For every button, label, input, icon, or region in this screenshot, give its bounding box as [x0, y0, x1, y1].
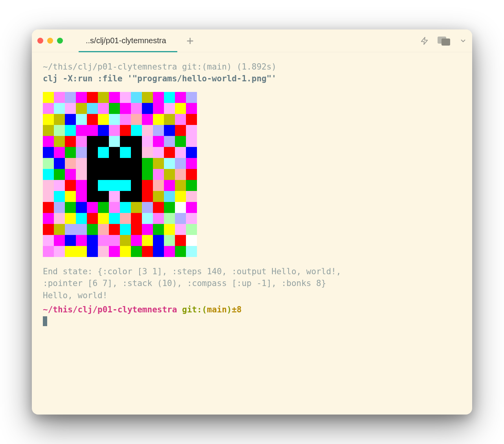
pixel	[54, 246, 65, 257]
pixel	[175, 224, 186, 235]
pixel	[175, 235, 186, 246]
pixel	[109, 147, 120, 158]
pixel	[109, 136, 120, 147]
pixel	[175, 136, 186, 147]
pixel	[175, 114, 186, 125]
pixel	[76, 191, 87, 202]
pixel	[186, 246, 197, 257]
pixel	[54, 147, 65, 158]
prompt2-delta: ±8	[232, 305, 241, 314]
pixel	[98, 92, 109, 103]
pixel	[186, 147, 197, 158]
pixel	[175, 180, 186, 191]
pixel	[175, 246, 186, 257]
pixel	[54, 158, 65, 169]
chevron-down-icon[interactable]	[460, 37, 467, 44]
output-line-1: End state: {:color [3 1], :steps 140, :o…	[43, 266, 461, 277]
pixel	[120, 169, 131, 180]
pixel	[87, 136, 98, 147]
output-line-3: Hello, world!	[43, 290, 461, 301]
pixel	[131, 147, 142, 158]
pixel	[76, 125, 87, 136]
pixel	[54, 114, 65, 125]
prompt-line-1: ~/this/clj/p01-clytemnestra git:(main) (…	[43, 61, 461, 73]
pixel	[164, 213, 175, 224]
pixel	[142, 158, 153, 169]
pixel	[142, 180, 153, 191]
pixel	[87, 103, 98, 114]
pixel	[87, 92, 98, 103]
pixel	[98, 147, 109, 158]
pixel	[164, 180, 175, 191]
pixel	[175, 147, 186, 158]
zoom-icon[interactable]	[57, 38, 63, 44]
pixel	[65, 92, 76, 103]
pixel	[186, 125, 197, 136]
pixel	[164, 235, 175, 246]
bolt-icon[interactable]	[420, 36, 429, 46]
pixel	[87, 180, 98, 191]
pixel	[54, 103, 65, 114]
pixel	[175, 191, 186, 202]
pixel	[109, 92, 120, 103]
pixel	[65, 202, 76, 213]
pixel	[153, 158, 164, 169]
pixel	[65, 147, 76, 158]
pixel	[142, 92, 153, 103]
pixel	[109, 158, 120, 169]
pixel	[164, 246, 175, 257]
pixel	[142, 213, 153, 224]
pixel	[87, 202, 98, 213]
close-icon[interactable]	[37, 38, 43, 44]
pixel	[120, 147, 131, 158]
pixel	[164, 136, 175, 147]
pixel	[109, 180, 120, 191]
pixel	[131, 191, 142, 202]
pixel	[131, 125, 142, 136]
terminal-body[interactable]: ~/this/clj/p01-clytemnestra git:(main) (…	[32, 52, 472, 415]
pixel	[120, 136, 131, 147]
pixel	[153, 147, 164, 158]
pixel	[76, 169, 87, 180]
minimize-icon[interactable]	[47, 38, 53, 44]
pixel	[131, 158, 142, 169]
new-tab-button[interactable]: +	[184, 35, 196, 47]
pixel	[131, 114, 142, 125]
pixel	[87, 246, 98, 257]
pixel	[109, 213, 120, 224]
pixel	[98, 103, 109, 114]
pixel	[76, 158, 87, 169]
pixel	[98, 158, 109, 169]
pixel	[120, 158, 131, 169]
pixel	[131, 180, 142, 191]
pixel	[98, 191, 109, 202]
pixel	[153, 92, 164, 103]
tab-current[interactable]: ..s/clj/p01-clytemnestra	[79, 29, 177, 52]
pixel	[186, 224, 197, 235]
svg-marker-0	[421, 37, 428, 44]
pixel	[164, 158, 175, 169]
panels-icon[interactable]	[438, 37, 451, 45]
pixel	[65, 213, 76, 224]
pixel	[87, 224, 98, 235]
pixel	[54, 92, 65, 103]
prompt1-git: git:(main)	[177, 62, 232, 72]
pixel	[131, 169, 142, 180]
pixel	[76, 103, 87, 114]
pixel	[98, 180, 109, 191]
pixel	[87, 158, 98, 169]
pixel	[54, 202, 65, 213]
pixel	[131, 213, 142, 224]
command-line: clj -X:run :file '"programs/hello-world-…	[43, 73, 461, 84]
pixel	[65, 114, 76, 125]
pixel	[186, 158, 197, 169]
pixel	[164, 103, 175, 114]
pixel	[54, 213, 65, 224]
pixel	[186, 202, 197, 213]
pixel	[109, 202, 120, 213]
pixel	[131, 246, 142, 257]
pixel	[142, 169, 153, 180]
pixel	[109, 114, 120, 125]
pixel	[43, 114, 54, 125]
pixel	[175, 158, 186, 169]
